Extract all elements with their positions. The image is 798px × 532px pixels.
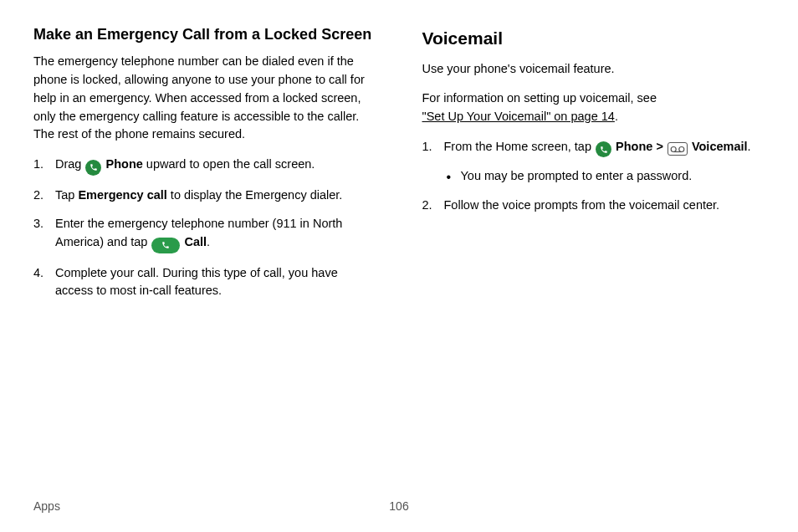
vm-s1-post: .	[748, 140, 751, 153]
vm-step1-sublist: You may be prompted to enter a password.	[444, 167, 765, 186]
emergency-step-1: Drag Phone upward to open the call scree…	[33, 156, 376, 176]
step2-pre: Tap	[55, 188, 78, 202]
vm-p2-pre: For information on setting up voicemail,…	[422, 91, 657, 105]
phone-icon	[596, 141, 611, 157]
call-button-icon	[151, 238, 180, 253]
step2-post: to display the Emergency dialer.	[167, 188, 343, 202]
vm-p2-post: .	[615, 110, 618, 123]
page-footer: Apps 106	[33, 498, 765, 515]
voicemail-steps: From the Home screen, tap Phone > Voicem…	[422, 138, 765, 215]
emergency-step-3: Enter the emergency telephone number (91…	[33, 215, 376, 253]
step3-post: .	[207, 235, 210, 248]
right-column: Voicemail Use your phone's voicemail fea…	[422, 25, 765, 311]
emergency-intro: The emergency telephone number can be di…	[33, 53, 376, 144]
setup-voicemail-link[interactable]: "Set Up Your Voicemail" on page 14	[422, 110, 615, 123]
voicemail-p2: For information on setting up voicemail,…	[422, 90, 765, 126]
emergency-step-2: Tap Emergency call to display the Emerge…	[33, 187, 376, 205]
vm-s1-chevron: >	[652, 140, 667, 153]
vm-s1-voicemail-bold: Voicemail	[692, 140, 748, 153]
svg-point-0	[671, 146, 676, 151]
emergency-heading: Make an Emergency Call from a Locked Scr…	[33, 25, 376, 44]
emergency-step-4: Complete your call. During this type of …	[33, 264, 376, 301]
step1-post: upward to open the call screen.	[143, 157, 315, 171]
phone-icon	[85, 160, 101, 176]
content-columns: Make an Emergency Call from a Locked Scr…	[33, 25, 765, 311]
footer-page-number: 106	[389, 498, 408, 515]
vm-s1-phone-bold: Phone	[616, 140, 652, 153]
step2-bold: Emergency call	[78, 188, 166, 202]
footer-spacer	[409, 498, 765, 515]
step1-bold: Phone	[106, 157, 143, 171]
step1-pre: Drag	[55, 157, 84, 171]
svg-point-1	[679, 146, 684, 151]
voicemail-step-2: Follow the voice prompts from the voicem…	[422, 197, 765, 215]
emergency-steps: Drag Phone upward to open the call scree…	[33, 156, 376, 300]
step3-bold: Call	[184, 235, 207, 248]
footer-section-name: Apps	[33, 498, 389, 515]
left-column: Make an Emergency Call from a Locked Scr…	[33, 25, 376, 311]
vm-s1-pre: From the Home screen, tap	[444, 140, 596, 153]
voicemail-step-1: From the Home screen, tap Phone > Voicem…	[422, 138, 765, 186]
vm-step1-bullet: You may be prompted to enter a password.	[444, 167, 765, 186]
voicemail-icon	[668, 142, 688, 156]
voicemail-p1: Use your phone's voicemail feature.	[422, 60, 765, 79]
voicemail-heading: Voicemail	[422, 25, 765, 52]
